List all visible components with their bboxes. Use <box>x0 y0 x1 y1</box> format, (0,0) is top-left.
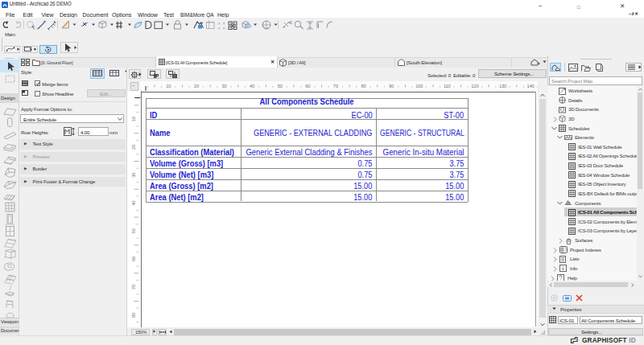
svg-text:60: 60 <box>131 257 136 261</box>
svg-text:30: 30 <box>221 84 226 88</box>
svg-text:40: 40 <box>131 201 136 206</box>
svg-text:110: 110 <box>444 84 451 88</box>
svg-text:80: 80 <box>131 313 136 318</box>
svg-text:10: 10 <box>166 84 171 88</box>
svg-text:30: 30 <box>131 173 136 178</box>
svg-text:90: 90 <box>389 84 394 88</box>
svg-text:60: 60 <box>305 84 310 88</box>
svg-text:10: 10 <box>131 117 136 121</box>
svg-text:50: 50 <box>131 228 136 233</box>
svg-text:120: 120 <box>471 84 478 88</box>
svg-text:80: 80 <box>361 84 365 88</box>
svg-text:20: 20 <box>131 145 136 150</box>
svg-text:130: 130 <box>499 84 506 88</box>
svg-text:50: 50 <box>278 84 283 88</box>
svg-text:70: 70 <box>131 285 136 290</box>
svg-text:70: 70 <box>333 84 338 88</box>
svg-text:100: 100 <box>415 84 423 88</box>
svg-text:40: 40 <box>250 84 254 88</box>
svg-text:20: 20 <box>194 84 199 88</box>
svg-text:140: 140 <box>527 84 535 88</box>
